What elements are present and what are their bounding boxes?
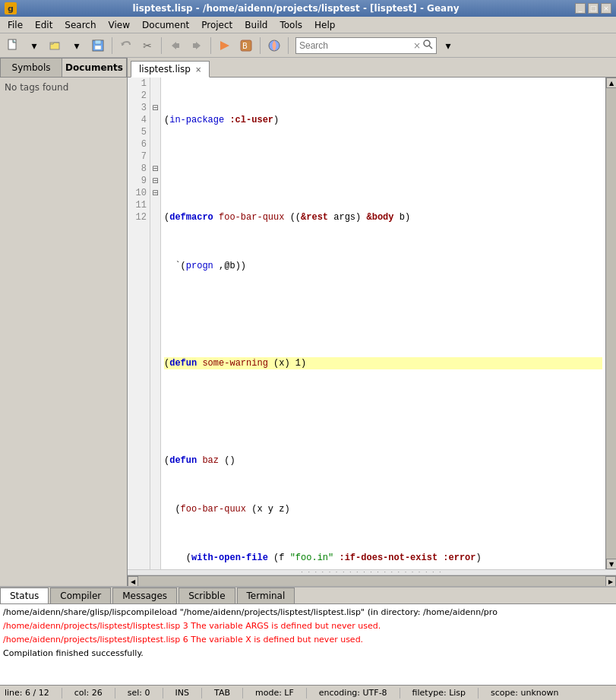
menu-document[interactable]: Document (136, 17, 195, 33)
open-dropdown-button[interactable]: ▾ (67, 36, 87, 55)
status-line: line: 6 / 12 (5, 688, 49, 698)
toolbar-separator-5 (288, 37, 289, 54)
scroll-down-button[interactable]: ▼ (606, 559, 616, 569)
toolbar: ▾ ▾ ✂ B × ▾ (0, 33, 616, 58)
code-editor[interactable]: (in-package :cl-user) (defmacro foo-bar-… (161, 78, 605, 569)
menu-tools[interactable]: Tools (273, 17, 308, 33)
save-button[interactable] (88, 36, 108, 55)
svg-line-15 (429, 46, 432, 49)
status-sep-6 (306, 688, 307, 698)
window-title: lisptest.lisp - /home/aidenn/projects/li… (17, 3, 575, 14)
bottom-tab-status[interactable]: Status (0, 588, 49, 603)
bottom-tab-messages[interactable]: Messages (112, 588, 177, 603)
close-button[interactable]: × (601, 3, 611, 14)
window-controls[interactable]: _ □ × (575, 3, 611, 14)
status-sep-7 (400, 688, 400, 698)
status-filetype: filetype: Lisp (412, 688, 466, 698)
new-dropdown-button[interactable]: ▾ (24, 36, 44, 55)
toolbar-separator-4 (260, 37, 261, 54)
code-line-2 (164, 163, 602, 175)
search-icon[interactable] (422, 39, 433, 52)
code-line-4: `(progn ,@b)) (164, 260, 602, 272)
editor-vscrollbar[interactable]: ▲ ▼ (605, 78, 616, 569)
menu-project[interactable]: Project (195, 17, 239, 33)
search-options-button[interactable]: ▾ (438, 36, 458, 55)
menu-view[interactable]: View (103, 17, 136, 33)
bottom-tab-compiler[interactable]: Compiler (50, 588, 111, 603)
bottom-panel: Status Compiler Messages Scribble Termin… (0, 586, 616, 685)
no-tags-label: No tags found (5, 82, 68, 93)
toolbar-separator-3 (210, 37, 211, 54)
new-button[interactable] (3, 36, 23, 55)
editor-hscrollbar[interactable]: ◀ ▶ (128, 575, 616, 586)
tab-documents[interactable]: Documents (62, 58, 127, 77)
menu-build[interactable]: Build (239, 17, 273, 33)
nav-back-button[interactable] (166, 36, 185, 55)
svg-marker-8 (196, 42, 201, 49)
run-button[interactable] (215, 36, 235, 55)
svg-rect-4 (95, 46, 101, 49)
toolbar-separator-2 (161, 37, 162, 54)
open-button[interactable] (46, 36, 65, 55)
svg-rect-3 (95, 40, 101, 44)
editor-tab-bar: lisptest.lisp × (128, 58, 616, 77)
bottom-line-2: /home/aidenn/projects/lisptest/lisptest.… (3, 619, 613, 633)
menu-help[interactable]: Help (308, 17, 341, 33)
build-dropdown-button[interactable]: B (236, 36, 256, 55)
title-bar: g lisptest.lisp - /home/aidenn/projects/… (0, 0, 616, 17)
scroll-left-button[interactable]: ◀ (128, 576, 138, 586)
status-sep-4 (201, 688, 202, 698)
menu-bar: File Edit Search View Document Project B… (0, 17, 616, 33)
menu-file[interactable]: File (2, 17, 29, 33)
search-bar: × (295, 37, 437, 54)
combined-tab-bar: Symbols Documents lisptest.lisp × (0, 58, 616, 78)
status-encoding: encoding: UTF-8 (319, 688, 387, 698)
scroll-right-button[interactable]: ▶ (605, 576, 616, 586)
svg-point-14 (424, 40, 430, 46)
code-line-8: (defun baz () (164, 455, 602, 467)
sidebar-content: No tags found (0, 78, 127, 586)
app-icon: g (5, 2, 17, 14)
bottom-line-4: /home/aidenn/projects/lisptest/lisptest.… (3, 633, 613, 647)
bottom-tab-terminal[interactable]: Terminal (237, 588, 295, 603)
nav-forward-button[interactable] (187, 36, 207, 55)
menu-edit[interactable]: Edit (29, 17, 58, 33)
tab-close-button[interactable]: × (195, 65, 201, 74)
status-ins: INS (175, 688, 189, 698)
status-tab: TAB (214, 688, 230, 698)
scroll-up-button[interactable]: ▲ (606, 78, 616, 88)
code-line-10: (with-open-file (f "foo.in" :if-does-not… (164, 552, 602, 564)
menu-search[interactable]: Search (58, 17, 102, 33)
svg-rect-1 (50, 43, 59, 49)
editor-area: 1 2 3 4 5 6 7 8 9 10 11 12 ⊟ (128, 78, 616, 586)
undo-button[interactable] (116, 36, 136, 55)
search-input[interactable] (299, 40, 413, 51)
toolbar-separator-1 (112, 37, 112, 54)
minimize-button[interactable]: _ (575, 3, 586, 14)
status-sep-2 (115, 688, 115, 698)
svg-rect-7 (176, 43, 179, 48)
sidebar: No tags found (0, 78, 128, 586)
status-sep-8 (478, 688, 479, 698)
bottom-tab-bar: Status Compiler Messages Scribble Termin… (0, 588, 616, 604)
maximize-button[interactable]: □ (588, 3, 599, 14)
bottom-line-6: Compilation finished successfully. (3, 647, 613, 660)
color-button[interactable] (264, 36, 284, 55)
editor-scroll: 1 2 3 4 5 6 7 8 9 10 11 12 ⊟ (128, 78, 616, 569)
scissors-button[interactable]: ✂ (137, 36, 157, 55)
svg-marker-6 (172, 42, 176, 49)
line-numbers: 1 2 3 4 5 6 7 8 9 10 11 12 (128, 78, 150, 569)
clear-search-icon[interactable]: × (413, 40, 421, 51)
code-line-3: (defmacro foo-bar-quux ((&rest args) &bo… (164, 211, 602, 223)
bottom-tab-scribble[interactable]: Scribble (178, 588, 235, 603)
editor-tab-lisptest[interactable]: lisptest.lisp × (131, 61, 210, 78)
hscroll-thumb[interactable] (138, 576, 605, 586)
status-sep-3 (163, 688, 163, 698)
editor-tab-label: lisptest.lisp (139, 64, 191, 74)
drag-handle[interactable]: · · · · · · · · · · · · · · · · · · · · … (128, 569, 616, 575)
code-line-1: (in-package :cl-user) (164, 114, 602, 126)
fold-column: ⊟ ⊟ ⊟ ⊟ (150, 78, 161, 569)
scroll-thumb[interactable] (606, 88, 616, 559)
code-line-5 (164, 309, 602, 321)
tab-symbols[interactable]: Symbols (0, 58, 62, 77)
